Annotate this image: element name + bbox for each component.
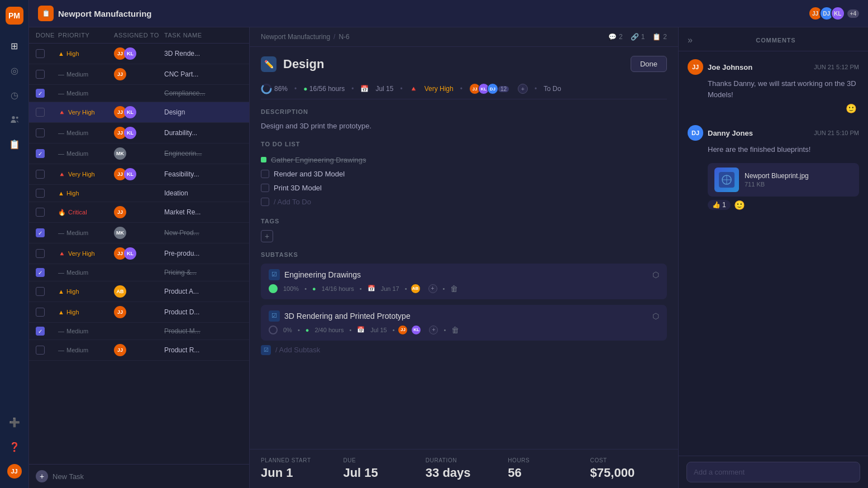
app-logo[interactable]: PM [6,7,23,25]
subtasks-list: ☑ Engineering Drawings ⬡ 100% • ● 14/16 … [261,264,667,341]
table-row[interactable]: 🔺Very High JJ KL Pre-produ... [29,243,249,264]
table-row[interactable]: ✓ —Medium Pricing &... [29,264,249,281]
add-subtask-assignee[interactable]: + [428,284,437,293]
priority-value: Very High [425,85,454,93]
task-checkbox[interactable]: ✓ [36,149,45,158]
attachment[interactable]: Newport Blueprint.jpg 711 KB [708,163,859,197]
help-icon[interactable]: ❓ [4,437,25,457]
task-checkbox[interactable] [36,108,45,117]
priority-badge: ▲High [58,190,114,197]
table-row[interactable]: 🔥Critical JJ Market Re... [29,202,249,223]
add-project-button[interactable]: ➕ [4,412,25,432]
subtask-item: ☑ 3D Rendering and Printed Prototype ⬡ 0… [261,305,667,341]
task-checkbox[interactable] [36,249,45,258]
task-checkbox[interactable]: ✓ [36,228,45,237]
subtasks-section-title: SUBTASKS [261,251,667,258]
avatar-count[interactable]: +4 [847,9,859,18]
todo-checkbox[interactable] [261,170,269,178]
task-name: Compliance... [164,89,242,97]
task-checkbox[interactable] [36,49,45,58]
task-checkbox[interactable] [36,189,45,198]
priority-badge: ▲High [58,288,114,295]
sidebar-item-projects[interactable]: 📋 [4,134,25,154]
table-row[interactable]: ▲High JJ Product D... [29,302,249,323]
add-todo-button[interactable]: / Add To Do [261,195,667,209]
main-area: 📋 Newport Manufacturing JJ DJ KL +4 DONE… [29,0,868,488]
new-task-footer[interactable]: + New Task [29,464,249,488]
task-checkbox[interactable]: ✓ [36,268,45,277]
subtask-progress-ring [269,326,278,334]
task-name: Product D... [164,308,242,316]
profile-icon[interactable]: JJ [4,461,25,481]
priority-badge: 🔺Very High [58,109,114,116]
table-row[interactable]: ✓ —Medium Compliance... [29,85,249,102]
table-row[interactable]: —Medium JJ Product R... [29,340,249,361]
done-button[interactable]: Done [631,56,667,72]
sidebar-item-notifications[interactable]: ◎ [4,60,25,80]
comment-time: JUN 21 5:12 PM [814,64,859,70]
open-subtask-icon[interactable]: ⬡ [652,312,659,320]
footer-stats: PLANNED START Jun 1 DUE Jul 15 DURATION … [250,449,678,488]
task-checkbox[interactable] [36,346,45,355]
table-row[interactable]: ✓ —Medium MK New Prod... [29,223,249,243]
col-done: DONE [36,32,58,39]
priority-badge: —Medium [58,328,114,334]
task-checkbox[interactable] [36,308,45,317]
task-checkbox[interactable] [36,208,45,217]
table-row[interactable]: —Medium JJ KL Durability... [29,123,249,143]
subtask-icon: 📋 [652,33,661,41]
table-row[interactable]: ▲High Ideation [29,185,249,202]
add-tag-button[interactable]: + [261,230,273,242]
sidebar-item-team[interactable] [4,109,25,130]
table-row[interactable]: 🔺Very High JJ KL Design [29,102,249,123]
avatar: KL [124,127,136,139]
subtask-assignee: AB [411,284,421,294]
project-name: Newport Manufacturing [58,9,152,18]
add-reaction-icon[interactable]: 🙂 [846,104,857,113]
sidebar-item-home[interactable]: ⊞ [4,36,25,56]
delete-subtask-icon[interactable]: 🗑 [451,326,459,334]
add-subtask-label: / Add Subtask [275,346,320,354]
comment-text: Here are the finished blueprints! [688,144,859,155]
table-row[interactable]: —Medium JJ CNC Part... [29,64,249,85]
task-detail-panel: Newport Manufacturing / N-6 💬 2 🔗 1 📋 [250,27,678,488]
priority-badge: —Medium [58,150,114,157]
task-checkbox[interactable] [36,70,45,79]
task-name: 3D Rende... [164,50,242,58]
todo-checkbox[interactable] [261,184,269,192]
table-row[interactable]: ✓ —Medium Product M... [29,323,249,340]
comment-text: Thanks Danny, we will start working on t… [688,78,859,100]
reaction-emoji: 👍 [712,201,721,209]
comment-input[interactable] [686,462,860,482]
separator-dot: • [294,85,297,93]
add-subtask-button[interactable]: ☑ / Add Subtask [261,341,667,360]
table-row[interactable]: ✓ —Medium MK Engineerin... [29,143,249,164]
add-reaction-icon[interactable]: 🙂 [734,200,745,210]
table-row[interactable]: 🔺Very High JJ KL Feasibility... [29,164,249,185]
avatar: MK [114,147,126,160]
open-subtask-icon[interactable]: ⬡ [652,270,659,279]
task-name: CNC Part... [164,70,242,78]
table-row[interactable]: ▲High JJ KL 3D Rende... [29,44,249,64]
comment-item: DJ Danny Jones JUN 21 5:10 PM Here are t… [688,125,859,210]
task-detail-header: Newport Manufacturing / N-6 💬 2 🔗 1 📋 [250,27,678,47]
link-icon: 🔗 [631,33,639,41]
task-meta-icons: 💬 2 🔗 1 📋 2 [608,33,667,41]
task-checkbox[interactable]: ✓ [36,89,45,98]
add-subtask-assignee[interactable]: + [429,326,438,334]
duration-stat: DURATION 33 days [426,457,502,480]
subtask-meta: 0% • ● 2/40 hours • 📅 Jul 15 • JJ KL + • [269,325,659,335]
task-checkbox[interactable] [36,128,45,137]
add-assignee-button[interactable]: + [518,84,528,94]
reaction-button[interactable]: 👍 1 [708,200,731,210]
task-checkbox[interactable] [36,287,45,296]
collapse-panel-button[interactable]: » [688,35,693,45]
sidebar-item-recent[interactable]: ◷ [4,85,25,105]
add-task-button[interactable]: + [36,470,48,482]
table-row[interactable]: ▲High AB Product A... [29,281,249,302]
task-checkbox[interactable] [36,170,45,179]
delete-subtask-icon[interactable]: 🗑 [450,284,458,293]
link-count: 🔗 1 [631,33,645,41]
task-checkbox[interactable]: ✓ [36,327,45,336]
calendar-icon: 📅 [360,85,369,93]
